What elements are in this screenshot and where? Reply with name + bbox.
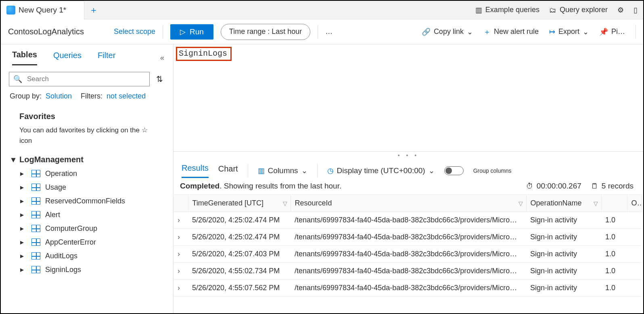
copy-link-button[interactable]: 🔗 Copy link ⌄ bbox=[422, 27, 473, 36]
explorer-icon: 🗂 bbox=[549, 6, 556, 14]
filter-icon[interactable]: ▽ bbox=[519, 200, 523, 207]
query-explorer-button[interactable]: 🗂 Query explorer bbox=[549, 6, 608, 14]
select-scope-link[interactable]: Select scope bbox=[114, 27, 155, 36]
pin-button[interactable]: 📌 Pi… bbox=[599, 27, 625, 36]
search-icon: 🔍 bbox=[13, 75, 22, 83]
filter-icon[interactable]: ▽ bbox=[594, 200, 598, 207]
table-row[interactable]: ›5/26/2020, 4:25:02.474 PM/tenants/69997… bbox=[174, 212, 642, 229]
filter-icon[interactable]: ▽ bbox=[283, 200, 287, 207]
cell-ope bbox=[627, 263, 642, 280]
record-count: 🗒 5 records bbox=[591, 182, 634, 190]
tab-active-query[interactable]: New Query 1* bbox=[1, 1, 84, 19]
expand-row-button[interactable]: › bbox=[174, 263, 188, 280]
caret-right-icon: ▸ bbox=[20, 265, 27, 274]
expand-row-button[interactable]: › bbox=[174, 229, 188, 246]
tree-item[interactable]: ▸ReservedCommonFields bbox=[11, 194, 169, 208]
cell-time: 5/26/2020, 4:25:07.403 PM bbox=[188, 246, 291, 263]
main: Tables Queries Filter « 🔍 ⇅ Group by: So… bbox=[1, 44, 643, 313]
expand-row-button[interactable]: › bbox=[174, 246, 188, 263]
cell-operation: Sign-in activity bbox=[526, 263, 601, 280]
sidebar-tab-queries[interactable]: Queries bbox=[53, 51, 82, 65]
chevron-down-icon: ⌄ bbox=[429, 167, 435, 174]
tree-group-logmanagement[interactable]: ▾ LogManagement bbox=[11, 155, 169, 164]
cell-operation: Sign-in activity bbox=[526, 212, 601, 229]
run-button[interactable]: ▷ Run bbox=[170, 24, 213, 40]
settings-button[interactable]: ⚙ bbox=[617, 6, 624, 14]
table-row[interactable]: ›5/26/2020, 4:25:02.474 PM/tenants/69997… bbox=[174, 229, 642, 246]
query-tab-icon bbox=[6, 6, 15, 15]
caret-right-icon: ▸ bbox=[20, 210, 27, 219]
expand-row-button[interactable]: › bbox=[174, 212, 188, 229]
col-expand bbox=[174, 195, 188, 212]
new-alert-label: New alert rule bbox=[494, 27, 539, 36]
col-version[interactable] bbox=[601, 195, 627, 212]
time-range-label: Time range : bbox=[229, 27, 270, 36]
splitter-handle[interactable]: • • • bbox=[174, 152, 643, 159]
tree-item[interactable]: ▸SigninLogs bbox=[11, 263, 169, 276]
sidebar: Tables Queries Filter « 🔍 ⇅ Group by: So… bbox=[1, 44, 174, 313]
display-time-button[interactable]: ◷ Display time (UTC+00:00) ⌄ bbox=[327, 166, 435, 175]
plus-icon: ＋ bbox=[483, 28, 491, 36]
sidebar-tab-filter[interactable]: Filter bbox=[98, 51, 115, 65]
col-resourceid[interactable]: ResourceId ▽ bbox=[291, 195, 526, 212]
cell-resource: /tenants/69997834-fa40-45da-bad8-382c3bd… bbox=[291, 229, 526, 246]
table-row[interactable]: ›5/26/2020, 4:55:07.562 PM/tenants/69997… bbox=[174, 280, 642, 297]
columns-label: Columns bbox=[268, 166, 298, 175]
columns-icon: ▥ bbox=[258, 167, 265, 174]
tree-item[interactable]: ▸Usage bbox=[11, 180, 169, 194]
sidebar-tab-tables[interactable]: Tables bbox=[12, 50, 37, 65]
new-tab-button[interactable]: ＋ bbox=[84, 4, 103, 16]
tree-item[interactable]: ▸ComputerGroup bbox=[11, 222, 169, 235]
sidebar-search-input[interactable]: 🔍 bbox=[9, 72, 150, 86]
sidebar-filter-row: Group by: Solution Filters: not selected bbox=[1, 90, 173, 102]
more-button[interactable]: … bbox=[325, 27, 332, 36]
table-icon bbox=[31, 252, 40, 260]
export-button[interactable]: ↦ Export ⌄ bbox=[549, 27, 589, 36]
results-tab-chart[interactable]: Chart bbox=[218, 164, 238, 178]
favorites-desc: You can add favorites by clicking on the… bbox=[19, 125, 148, 146]
columns-button[interactable]: ▥ Columns ⌄ bbox=[258, 166, 307, 175]
time-range-value: Last hour bbox=[272, 27, 302, 36]
elapsed-value: 00:00:00.267 bbox=[537, 182, 581, 190]
col-label: Ope bbox=[631, 199, 642, 207]
tree-item[interactable]: ▸AppCenterError bbox=[11, 235, 169, 249]
filters-value[interactable]: not selected bbox=[107, 92, 146, 100]
cell-resource: /tenants/69997834-fa40-45da-bad8-382c3bd… bbox=[291, 280, 526, 297]
cell-operation: Sign-in activity bbox=[526, 229, 601, 246]
col-ope[interactable]: Ope bbox=[627, 195, 642, 212]
col-timegenerated[interactable]: TimeGenerated [UTC] ▽ bbox=[188, 195, 291, 212]
tree-item[interactable]: ▸AuditLogs bbox=[11, 249, 169, 263]
tree-item[interactable]: ▸Alert bbox=[11, 208, 169, 222]
group-columns-label: Group columns bbox=[473, 167, 512, 174]
time-range-pill[interactable]: Time range : Last hour bbox=[221, 24, 310, 40]
query-editor[interactable]: SigninLogs bbox=[174, 44, 643, 152]
tab-label: New Query 1* bbox=[19, 6, 66, 15]
col-label: OperationName bbox=[531, 199, 582, 207]
group-columns-toggle[interactable] bbox=[444, 166, 464, 175]
collapse-sidebar-button[interactable]: « bbox=[160, 54, 164, 62]
tab-strip: New Query 1* ＋ ▥ Example queries 🗂 Query… bbox=[1, 1, 643, 19]
cell-time: 5/26/2020, 4:25:02.474 PM bbox=[188, 212, 291, 229]
table-row[interactable]: ›5/26/2020, 4:55:02.734 PM/tenants/69997… bbox=[174, 263, 642, 280]
groupby-value[interactable]: Solution bbox=[46, 92, 72, 100]
help-book-icon[interactable]: ▯ bbox=[634, 6, 638, 14]
play-icon: ▷ bbox=[180, 28, 186, 36]
tree-item-label: ReservedCommonFields bbox=[45, 197, 125, 205]
results-tab-results[interactable]: Results bbox=[182, 163, 209, 178]
table-row[interactable]: ›5/26/2020, 4:25:07.403 PM/tenants/69997… bbox=[174, 246, 642, 263]
col-operationname[interactable]: OperationName ▽ bbox=[526, 195, 601, 212]
records-icon: 🗒 bbox=[591, 182, 598, 190]
sidebar-search-field[interactable] bbox=[26, 75, 145, 84]
table-icon bbox=[31, 197, 40, 205]
cell-resource: /tenants/69997834-fa40-45da-bad8-382c3bd… bbox=[291, 263, 526, 280]
new-alert-button[interactable]: ＋ New alert rule bbox=[483, 27, 539, 36]
sort-button[interactable]: ⇅ bbox=[154, 74, 165, 84]
tree-item[interactable]: ▸Operation bbox=[11, 167, 169, 180]
cell-version: 1.0 bbox=[601, 229, 627, 246]
divider bbox=[636, 25, 636, 39]
cell-time: 5/26/2020, 4:25:02.474 PM bbox=[188, 229, 291, 246]
example-queries-button[interactable]: ▥ Example queries bbox=[475, 6, 539, 14]
run-label: Run bbox=[190, 27, 204, 36]
expand-row-button[interactable]: › bbox=[174, 280, 188, 297]
cell-resource: /tenants/69997834-fa40-45da-bad8-382c3bd… bbox=[291, 246, 526, 263]
